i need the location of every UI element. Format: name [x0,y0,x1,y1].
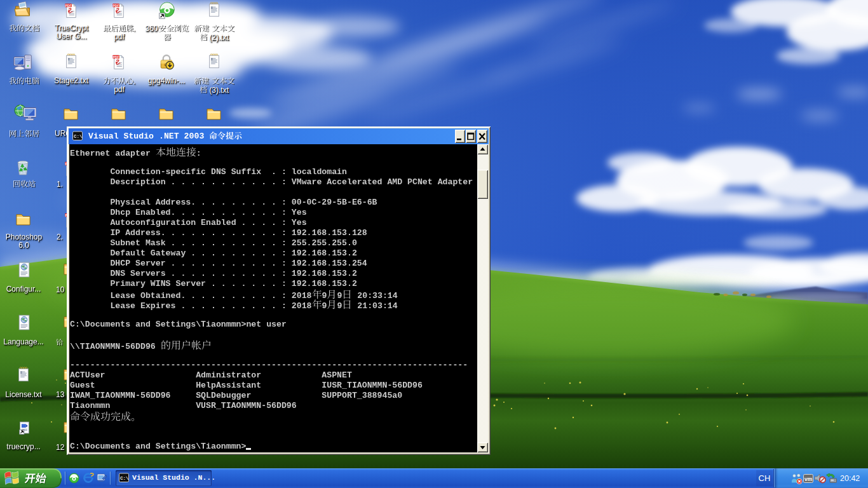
svg-text:C:\: C:\ [120,476,129,481]
svg-text:C:\: C:\ [74,134,83,139]
svg-text:PDF: PDF [65,4,72,8]
svg-text:PDF: PDF [113,4,119,8]
svg-text:PDF: PDF [113,55,119,59]
svg-text:vm: vm [804,476,813,482]
